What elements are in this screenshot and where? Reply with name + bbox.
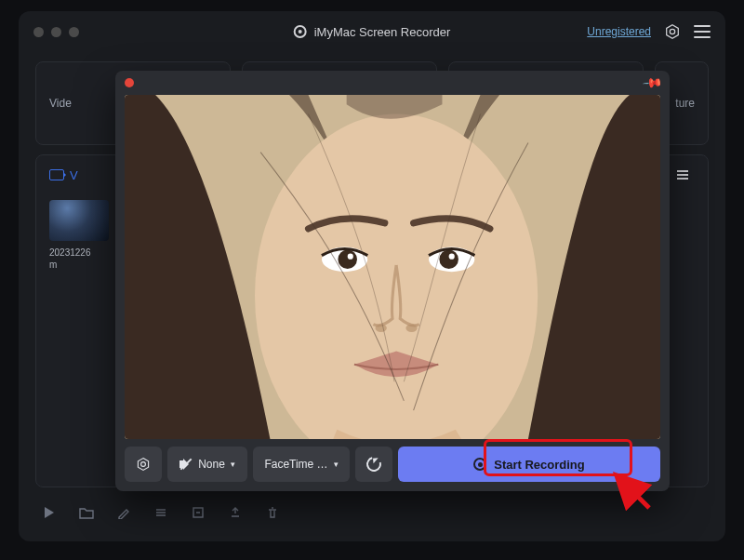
traffic-close-icon[interactable]	[33, 27, 44, 37]
app-title-text: iMyMac Screen Recorder	[314, 25, 451, 39]
svg-point-8	[439, 250, 458, 270]
modal-controls: None ▾ FaceTime … ▾ Start Recording	[115, 439, 670, 491]
svg-point-7	[338, 250, 357, 270]
thumbnail-image	[49, 200, 109, 241]
chevron-down-icon: ▾	[231, 460, 235, 469]
menu-icon[interactable]	[694, 25, 711, 38]
settings-hex-icon[interactable]	[664, 23, 681, 40]
play-button[interactable]	[41, 504, 58, 521]
panel-title-fragment: V	[70, 168, 78, 182]
modal-settings-button[interactable]	[125, 447, 162, 482]
list-icon	[677, 170, 688, 180]
svg-point-14	[141, 462, 146, 467]
traffic-min-icon[interactable]	[51, 27, 61, 37]
audio-source-dropdown[interactable]: None ▾	[167, 447, 247, 482]
titlebar: iMyMac Screen Recorder Unregistered	[19, 11, 725, 52]
mute-icon	[179, 458, 193, 471]
tool-button-2[interactable]	[190, 504, 206, 521]
svg-point-9	[348, 254, 353, 260]
thumbnail-caption: 20231226 m	[49, 247, 114, 271]
camera-preview	[125, 95, 660, 439]
edit-button[interactable]	[115, 504, 132, 521]
camera-icon	[49, 169, 64, 180]
record-icon	[473, 458, 486, 471]
svg-marker-0	[667, 25, 679, 38]
recording-thumbnail[interactable]: 20231226 m	[49, 200, 114, 271]
svg-point-1	[670, 29, 674, 33]
tab-label-fragment: ture	[675, 97, 695, 110]
svg-point-10	[449, 254, 455, 260]
window-traffic-lights[interactable]	[33, 27, 79, 37]
tab-label-fragment: Vide	[49, 97, 72, 110]
pin-button[interactable]: 📌	[642, 72, 663, 93]
reset-button[interactable]	[355, 447, 392, 482]
delete-button[interactable]	[264, 504, 281, 521]
svg-point-11	[376, 325, 387, 332]
chevron-down-icon: ▾	[334, 460, 339, 469]
play-icon	[45, 507, 54, 518]
folder-button[interactable]	[78, 504, 95, 521]
list-view-button[interactable]	[671, 165, 695, 185]
traffic-max-icon[interactable]	[69, 27, 79, 37]
unregistered-link[interactable]: Unregistered	[587, 25, 651, 38]
svg-marker-13	[138, 459, 148, 471]
app-logo-icon	[294, 25, 307, 38]
audio-source-label: None	[198, 458, 225, 471]
start-recording-button[interactable]: Start Recording	[398, 447, 660, 482]
camera-device-label: FaceTime …	[264, 458, 327, 471]
main-window: iMyMac Screen Recorder Unregistered Vide…	[19, 11, 725, 541]
tool-button-3[interactable]	[227, 504, 244, 521]
undo-icon	[364, 454, 384, 474]
svg-point-12	[405, 325, 417, 332]
webcam-recorder-modal: 📌	[115, 71, 670, 491]
bottom-toolbar	[35, 497, 709, 528]
start-recording-label: Start Recording	[494, 458, 585, 472]
recording-indicator-icon	[125, 78, 134, 87]
camera-device-dropdown[interactable]: FaceTime … ▾	[253, 447, 350, 482]
modal-titlebar: 📌	[115, 71, 670, 95]
tool-button-1[interactable]	[153, 504, 169, 521]
app-title: iMyMac Screen Recorder	[294, 25, 451, 39]
